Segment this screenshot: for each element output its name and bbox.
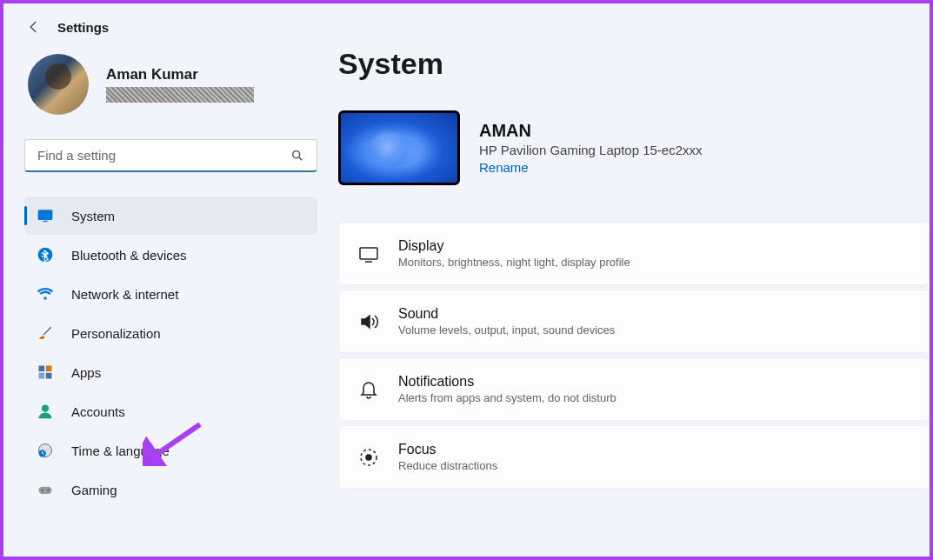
svg-rect-2: [43, 221, 48, 222]
sidebar-item-network[interactable]: Network & internet: [24, 275, 317, 313]
sidebar-item-label: Gaming: [71, 483, 117, 497]
sidebar-item-label: Apps: [71, 365, 101, 380]
sidebar-item-accounts[interactable]: Accounts: [24, 392, 317, 430]
header: Settings: [19, 19, 323, 35]
device-model: HP Pavilion Gaming Laptop 15-ec2xxx: [479, 143, 703, 157]
avatar: [28, 54, 89, 115]
svg-rect-14: [360, 248, 377, 259]
sidebar-item-apps[interactable]: Apps: [24, 353, 317, 391]
apps-icon: [37, 363, 54, 381]
sidebar-item-personalization[interactable]: Personalization: [24, 314, 317, 352]
settings-cards: Display Monitors, brightness, night ligh…: [338, 222, 930, 489]
search-icon: [290, 149, 304, 163]
sidebar-item-time-language[interactable]: Time & language: [24, 431, 317, 470]
profile-block[interactable]: Aman Kumar: [28, 54, 323, 115]
display-icon: [358, 243, 379, 264]
sidebar-item-label: Bluetooth & devices: [71, 248, 187, 263]
sidebar-item-label: Network & internet: [71, 287, 178, 302]
nav-list: System Bluetooth & devices Network & int…: [19, 197, 323, 509]
card-sound[interactable]: Sound Volume levels, output, input, soun…: [338, 290, 930, 353]
card-title: Display: [398, 238, 630, 254]
account-icon: [37, 403, 54, 420]
svg-rect-7: [46, 373, 52, 379]
system-icon: [37, 207, 54, 224]
card-title: Notifications: [398, 374, 616, 390]
wifi-icon: [37, 285, 54, 303]
profile-name: Aman Kumar: [106, 66, 254, 83]
brush-icon: [37, 324, 54, 342]
svg-rect-6: [39, 373, 45, 379]
bell-icon: [358, 379, 379, 400]
svg-point-16: [366, 455, 371, 460]
svg-point-8: [42, 405, 49, 412]
bluetooth-icon: [37, 246, 54, 263]
sidebar-item-label: Accounts: [71, 404, 125, 419]
main-content: System AMAN HP Pavilion Gaming Laptop 15…: [338, 3, 930, 557]
svg-rect-4: [39, 366, 45, 372]
rename-link[interactable]: Rename: [479, 160, 529, 175]
sidebar: Settings Aman Kumar System: [3, 3, 338, 557]
focus-icon: [358, 447, 379, 468]
sound-icon: [358, 311, 379, 332]
clock-globe-icon: [37, 442, 54, 459]
page-title: System: [338, 47, 930, 81]
profile-email-redacted: [106, 87, 254, 103]
svg-rect-11: [39, 487, 52, 494]
card-title: Sound: [398, 306, 615, 322]
card-subtitle: Volume levels, output, input, sound devi…: [398, 323, 615, 337]
card-subtitle: Alerts from apps and system, do not dist…: [398, 391, 616, 404]
device-summary: AMAN HP Pavilion Gaming Laptop 15-ec2xxx…: [338, 110, 930, 185]
search-box[interactable]: [24, 139, 317, 172]
card-display[interactable]: Display Monitors, brightness, night ligh…: [338, 222, 930, 285]
header-title: Settings: [57, 20, 109, 35]
device-thumbnail: [338, 110, 460, 185]
sidebar-item-gaming[interactable]: Gaming: [24, 470, 317, 509]
device-name: AMAN: [479, 121, 703, 141]
card-focus[interactable]: Focus Reduce distractions: [338, 425, 930, 489]
sidebar-item-label: System: [71, 209, 115, 223]
svg-rect-5: [46, 366, 52, 372]
svg-point-13: [47, 490, 49, 491]
sidebar-item-bluetooth[interactable]: Bluetooth & devices: [24, 236, 317, 274]
sidebar-item-label: Personalization: [71, 326, 161, 341]
back-arrow-icon[interactable]: [26, 19, 42, 35]
svg-rect-1: [38, 210, 53, 220]
sidebar-item-system[interactable]: System: [24, 197, 317, 235]
card-subtitle: Monitors, brightness, night light, displ…: [398, 256, 630, 269]
gamepad-icon: [37, 481, 54, 498]
svg-point-12: [42, 490, 43, 491]
svg-point-0: [293, 150, 300, 157]
search-input[interactable]: [37, 148, 290, 163]
card-subtitle: Reduce distractions: [398, 459, 497, 472]
sidebar-item-label: Time & language: [71, 443, 170, 458]
card-title: Focus: [398, 442, 497, 457]
card-notifications[interactable]: Notifications Alerts from apps and syste…: [338, 357, 930, 421]
